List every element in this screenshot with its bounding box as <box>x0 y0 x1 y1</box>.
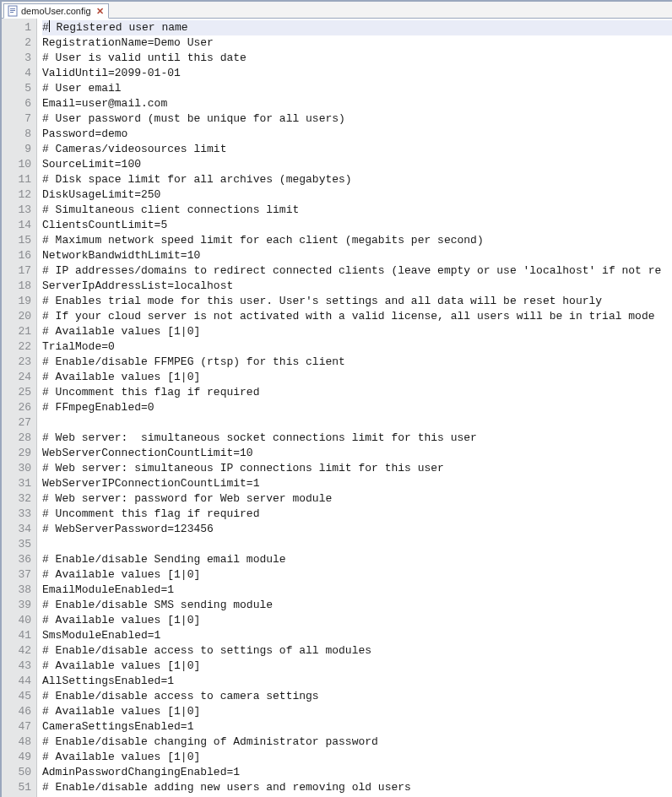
code-line[interactable]: CameraSettingsEnabled=1 <box>42 719 672 735</box>
line-number: 5 <box>2 81 31 96</box>
tab-label: demoUser.config <box>21 6 91 16</box>
code-line[interactable]: # Maximum network speed limit for each c… <box>42 233 672 248</box>
tab-bar: demoUser.config ✕ <box>2 2 672 19</box>
code-line[interactable]: # Disk space limit for all archives (meg… <box>42 172 672 187</box>
line-number: 13 <box>2 203 31 218</box>
line-number: 42 <box>2 643 31 659</box>
line-number: 38 <box>2 583 31 598</box>
line-number: 40 <box>2 613 31 628</box>
code-line[interactable]: TrialMode=0 <box>42 339 672 355</box>
code-line[interactable]: # Enable/disable changing of Administrat… <box>42 735 672 750</box>
code-editor[interactable]: 1234567891011121314151617181920212223242… <box>2 19 672 797</box>
line-number: 18 <box>2 279 31 294</box>
code-line[interactable]: # User email <box>42 81 672 96</box>
line-number: 36 <box>2 552 31 567</box>
code-line[interactable]: SmsModuleEnabled=1 <box>42 628 672 643</box>
code-line[interactable]: # Web server: simultaneous socket connec… <box>42 431 672 446</box>
code-line[interactable]: # Web server: password for Web server mo… <box>42 491 672 507</box>
code-line[interactable]: DiskUsageLimit=250 <box>42 187 672 203</box>
line-number: 29 <box>2 446 31 461</box>
line-number: 10 <box>2 157 31 172</box>
line-number: 35 <box>2 537 31 552</box>
line-number: 27 <box>2 415 31 431</box>
line-number: 11 <box>2 172 31 187</box>
line-number: 47 <box>2 719 31 735</box>
code-line[interactable]: WebServerConnectionCountLimit=10 <box>42 446 672 461</box>
code-line[interactable]: SourceLimit=100 <box>42 157 672 172</box>
tab-demo-user-config[interactable]: demoUser.config ✕ <box>3 3 109 19</box>
code-line[interactable]: # Enables trial mode for this user. User… <box>42 294 672 309</box>
code-line[interactable]: # Available values [1|0] <box>42 567 672 583</box>
code-line[interactable]: # Available values [1|0] <box>42 704 672 719</box>
line-number: 43 <box>2 659 31 674</box>
line-number: 3 <box>2 51 31 66</box>
code-line[interactable]: # Available values [1|0] <box>42 750 672 765</box>
code-line[interactable]: Email=user@mail.com <box>42 96 672 111</box>
code-line[interactable]: # FFmpegEnabled=0 <box>42 400 672 415</box>
code-line[interactable]: # Available values [1|0] <box>42 324 672 339</box>
line-number: 16 <box>2 248 31 263</box>
line-number: 9 <box>2 142 31 157</box>
code-line[interactable]: ValidUntil=2099-01-01 <box>42 66 672 81</box>
code-line[interactable]: NetworkBandwidthLimit=10 <box>42 248 672 263</box>
code-line[interactable]: # Uncomment this flag if required <box>42 507 672 522</box>
code-area[interactable]: # Registered user nameRegistrationName=D… <box>37 19 672 797</box>
code-line[interactable]: # WebServerPassword=123456 <box>42 522 672 537</box>
code-line[interactable]: # Enable/disable Sending email module <box>42 552 672 567</box>
code-line[interactable]: WebServerIPConnectionCountLimit=1 <box>42 476 672 491</box>
line-number: 23 <box>2 355 31 370</box>
code-line[interactable]: # Enable/disable FFMPEG (rtsp) for this … <box>42 355 672 370</box>
line-number: 39 <box>2 598 31 613</box>
file-icon <box>8 5 18 17</box>
line-number: 41 <box>2 628 31 643</box>
code-line[interactable] <box>42 415 672 431</box>
code-line[interactable] <box>42 537 672 552</box>
line-number: 46 <box>2 704 31 719</box>
code-line[interactable]: RegistrationName=Demo User <box>42 35 672 51</box>
code-line[interactable]: # Uncomment this flag if required <box>42 385 672 400</box>
line-number: 25 <box>2 385 31 400</box>
code-line[interactable]: EmailModuleEnabled=1 <box>42 583 672 598</box>
svg-rect-3 <box>10 12 14 13</box>
code-line[interactable]: # Enable/disable access to camera settin… <box>42 689 672 704</box>
code-line[interactable]: # Available values [1|0] <box>42 370 672 385</box>
line-number: 34 <box>2 522 31 537</box>
code-line[interactable]: # Available values [1|0] <box>42 659 672 674</box>
line-number: 49 <box>2 750 31 765</box>
line-number: 30 <box>2 461 31 476</box>
line-number: 51 <box>2 780 31 795</box>
line-number: 17 <box>2 263 31 279</box>
code-line[interactable]: # IP addresses/domains to redirect conne… <box>42 263 672 279</box>
code-line[interactable]: # Available values [1|0] <box>42 613 672 628</box>
line-number: 6 <box>2 96 31 111</box>
code-line[interactable]: # Registered user name <box>42 20 672 35</box>
line-number: 12 <box>2 187 31 203</box>
code-line[interactable]: ClientsCountLimit=5 <box>42 218 672 233</box>
code-line[interactable]: AllSettingsEnabled=1 <box>42 674 672 689</box>
line-number: 22 <box>2 339 31 355</box>
line-number: 8 <box>2 127 31 142</box>
code-line[interactable]: AdminPasswordChangingEnabled=1 <box>42 765 672 780</box>
svg-rect-2 <box>10 10 15 11</box>
code-line[interactable]: Password=demo <box>42 127 672 142</box>
code-line[interactable]: ServerIpAddressList=localhost <box>42 279 672 294</box>
code-line[interactable]: # User is valid until this date <box>42 51 672 66</box>
line-number: 44 <box>2 674 31 689</box>
line-number: 37 <box>2 567 31 583</box>
svg-rect-1 <box>10 8 15 9</box>
code-line[interactable]: # Enable/disable adding new users and re… <box>42 780 672 795</box>
line-number: 20 <box>2 309 31 324</box>
line-number: 19 <box>2 294 31 309</box>
close-icon[interactable]: ✕ <box>95 7 104 16</box>
line-number: 31 <box>2 476 31 491</box>
code-line[interactable]: # Enable/disable SMS sending module <box>42 598 672 613</box>
code-line[interactable]: # Enable/disable access to settings of a… <box>42 643 672 659</box>
line-number: 7 <box>2 111 31 127</box>
code-line[interactable]: # User password (must be unique for all … <box>42 111 672 127</box>
line-number: 4 <box>2 66 31 81</box>
code-line[interactable]: # Simultaneous client connections limit <box>42 203 672 218</box>
code-line[interactable]: # Cameras/videosources limit <box>42 142 672 157</box>
code-line[interactable]: # Web server: simultaneous IP connection… <box>42 461 672 476</box>
code-line[interactable]: # If your cloud server is not activated … <box>42 309 672 324</box>
line-number: 33 <box>2 507 31 522</box>
